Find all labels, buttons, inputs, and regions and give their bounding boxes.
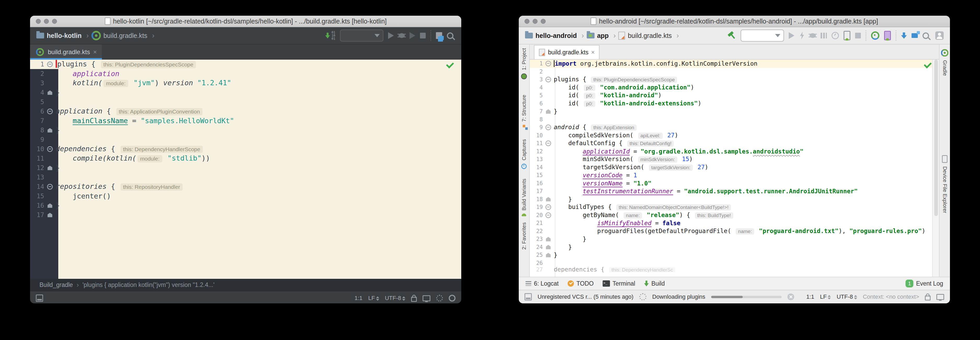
close-tab-icon[interactable] bbox=[93, 49, 97, 55]
code-line[interactable]: 9 bbox=[30, 135, 461, 144]
line-separator[interactable]: LF bbox=[820, 294, 831, 300]
tool-window-button-build[interactable]: Build bbox=[644, 280, 665, 287]
profiler-icon[interactable] bbox=[821, 33, 827, 38]
fold-marker-icon[interactable] bbox=[546, 212, 551, 218]
code-line[interactable]: 17 bbox=[30, 210, 461, 220]
close-button[interactable] bbox=[36, 19, 41, 24]
code-line[interactable]: 20 getByName( name: "release") { this: B… bbox=[530, 211, 939, 219]
tool-window-button-2-favorites[interactable]: 2: Favorites bbox=[521, 222, 527, 249]
close-button[interactable] bbox=[525, 19, 530, 24]
code-line[interactable]: 15 versionCode = 1 bbox=[530, 171, 939, 179]
debug-icon[interactable] bbox=[399, 33, 405, 38]
fold-end-marker-icon[interactable] bbox=[546, 109, 550, 114]
code-editor[interactable]: 1plugins { this: PluginDependenciesSpecS… bbox=[30, 60, 461, 279]
code-line[interactable]: 6application { this: ApplicationPluginCo… bbox=[30, 107, 461, 116]
tool-window-button-event-log[interactable]: 1Event Log bbox=[905, 279, 943, 287]
code-line[interactable]: 14 targetSdkVersion( targetSdkVersion: 2… bbox=[530, 163, 939, 172]
tool-window-switcher-icon[interactable] bbox=[525, 293, 532, 300]
tool-window-button-7-structure[interactable]: 7: Structure bbox=[521, 95, 527, 128]
breadcrumb-project[interactable]: hello-android bbox=[525, 31, 584, 40]
code-line[interactable]: 3 kotlin(module: "jvm") version "1.2.41" bbox=[30, 78, 461, 88]
breadcrumb-element[interactable]: 'plugins { application kotlin("jvm") ver… bbox=[83, 281, 215, 289]
breadcrumb-element[interactable]: Build_gradle bbox=[40, 281, 73, 289]
tool-window-button-1-project[interactable]: 1: Project bbox=[520, 48, 528, 80]
code-line[interactable]: 3plugins { this: PluginDependenciesSpecS… bbox=[530, 76, 939, 84]
fold-end-marker-icon[interactable] bbox=[48, 128, 52, 132]
code-line[interactable]: 18 } bbox=[530, 195, 939, 203]
run-icon[interactable] bbox=[388, 32, 394, 39]
breadcrumb-file[interactable]: build.gradle.kts bbox=[618, 31, 679, 40]
close-tab-icon[interactable] bbox=[591, 49, 595, 56]
code-line[interactable]: 27dependencies { this: DependencyHandler… bbox=[530, 267, 939, 272]
titlebar[interactable]: hello-android [~/src/gradle-related/kotl… bbox=[519, 16, 950, 27]
fold-marker-icon[interactable] bbox=[47, 184, 53, 190]
fold-marker-icon[interactable] bbox=[546, 125, 551, 130]
line-separator[interactable]: LF bbox=[368, 295, 379, 302]
fold-end-marker-icon[interactable] bbox=[48, 91, 52, 95]
tool-window-button-captures[interactable]: Captures bbox=[520, 139, 527, 170]
fold-end-marker-icon[interactable] bbox=[546, 245, 550, 249]
encoding[interactable]: UTF-8 bbox=[837, 294, 857, 300]
tool-window-switcher-icon[interactable] bbox=[36, 294, 43, 302]
ide-monitor-icon[interactable] bbox=[423, 295, 430, 301]
code-line[interactable]: 7} bbox=[530, 107, 939, 116]
code-line[interactable]: 13 bbox=[30, 172, 461, 182]
code-line[interactable]: 23 } bbox=[530, 235, 939, 243]
code-line[interactable]: 11 defaultConfig { this: DefaultConfig! bbox=[530, 139, 939, 147]
window-layout-icon[interactable] bbox=[436, 32, 442, 39]
fold-end-marker-icon[interactable] bbox=[48, 166, 52, 170]
fold-marker-icon[interactable] bbox=[47, 109, 53, 114]
fold-marker-icon[interactable] bbox=[546, 140, 551, 146]
make-project-hammer-icon[interactable] bbox=[727, 30, 738, 41]
titlebar[interactable]: hello-kotlin [~/src/gradle-related/kotli… bbox=[30, 16, 461, 27]
code-line[interactable]: 4} bbox=[30, 88, 461, 97]
ide-monitor-icon[interactable] bbox=[936, 294, 944, 300]
code-line[interactable]: 1plugins { this: PluginDependenciesSpecS… bbox=[30, 60, 461, 69]
fold-marker-icon[interactable] bbox=[47, 61, 53, 67]
attach-debugger-icon[interactable] bbox=[843, 31, 850, 40]
sdk-manager-icon[interactable] bbox=[901, 32, 907, 39]
code-line[interactable]: 24 } bbox=[530, 243, 939, 251]
code-line[interactable]: 2 application bbox=[30, 69, 461, 78]
minimize-button[interactable] bbox=[533, 19, 538, 24]
run-config-combo[interactable] bbox=[741, 30, 784, 42]
fold-end-marker-icon[interactable] bbox=[546, 253, 550, 257]
zoom-button[interactable] bbox=[52, 19, 57, 24]
settings-gear-icon[interactable] bbox=[436, 295, 443, 302]
code-line[interactable]: 14repositories { this: RepositoryHandler bbox=[30, 182, 461, 192]
vcs-status[interactable]: Unregistered VCS r... (5 minutes ago) bbox=[538, 294, 633, 300]
code-line[interactable]: 2 bbox=[530, 68, 939, 76]
breadcrumb-file[interactable]: build.gradle.kts bbox=[91, 31, 154, 40]
code-editor[interactable]: 1import org.jetbrains.kotlin.config.Kotl… bbox=[530, 60, 939, 277]
code-line[interactable]: 12} bbox=[30, 163, 461, 172]
tool-window-button-device-file-explorer[interactable]: Device File Explorer bbox=[941, 154, 948, 213]
tool-window-button-todo[interactable]: TODO bbox=[568, 280, 594, 287]
fold-end-marker-icon[interactable] bbox=[546, 197, 550, 201]
code-line[interactable]: 4 id( p0: "com.android.application") bbox=[530, 84, 939, 92]
gauge-icon[interactable] bbox=[832, 32, 839, 39]
caret-position[interactable]: 1:1 bbox=[806, 294, 814, 300]
fold-marker-icon[interactable] bbox=[546, 204, 551, 210]
code-line[interactable]: 16} bbox=[30, 201, 461, 210]
search-icon[interactable] bbox=[447, 32, 453, 39]
avatar-icon[interactable] bbox=[935, 31, 944, 40]
fold-end-marker-icon[interactable] bbox=[546, 237, 550, 241]
run-coverage-icon[interactable] bbox=[409, 32, 415, 39]
code-line[interactable]: 1import org.jetbrains.kotlin.config.Kotl… bbox=[530, 60, 939, 68]
gradle-sync-icon[interactable] bbox=[871, 31, 880, 40]
apply-changes-icon[interactable] bbox=[799, 32, 805, 40]
code-line[interactable]: 5 id( p0: "kotlin-android") bbox=[530, 91, 939, 100]
encoding[interactable]: UTF-8 bbox=[385, 295, 405, 302]
code-line[interactable]: 17 testInstrumentationRunner = "android.… bbox=[530, 187, 939, 195]
fold-marker-icon[interactable] bbox=[546, 77, 551, 82]
vcs-update-icon[interactable]: 011001 bbox=[325, 31, 335, 40]
code-line[interactable]: 21 isMinifyEnabled = false bbox=[530, 219, 939, 227]
stop-icon[interactable] bbox=[855, 33, 861, 38]
code-line[interactable]: 10 compileSdkVersion( apiLevel: 27) bbox=[530, 132, 939, 140]
code-line[interactable]: 12 applicationId = "org.gradle.kotlin.ds… bbox=[530, 147, 939, 156]
readonly-lock-icon[interactable] bbox=[411, 297, 417, 302]
minimize-button[interactable] bbox=[44, 19, 49, 24]
tool-window-button-build-variants[interactable]: Build Variants bbox=[521, 179, 527, 217]
device-manager-icon[interactable] bbox=[912, 33, 918, 38]
debug-icon[interactable] bbox=[810, 33, 816, 38]
